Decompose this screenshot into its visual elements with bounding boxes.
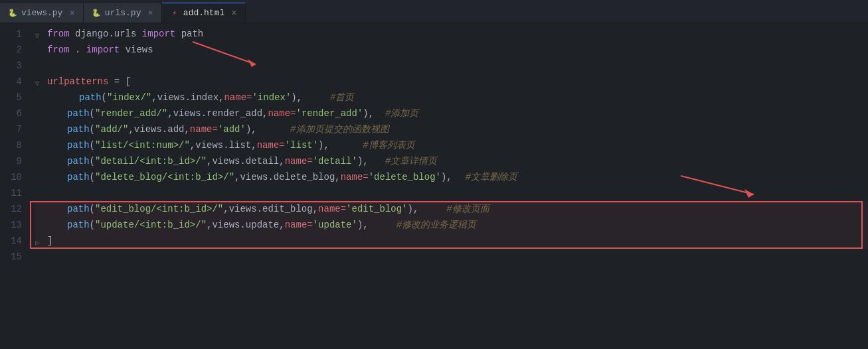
tab-label-urls: urls.py xyxy=(105,8,141,18)
tab-bar: 🐍 views.py × 🐍 urls.py × ⚡ add.html × xyxy=(0,0,868,23)
fold-icon-2 xyxy=(35,44,46,55)
py-icon-2: 🐍 xyxy=(92,9,101,18)
code-line-5: path ( "index/" ,views.index, name= 'ind… xyxy=(35,90,868,105)
tab-close-urls[interactable]: × xyxy=(147,9,153,18)
code-line-10: path ( "delete_blog/<int:b_id>/" ,views.… xyxy=(35,169,868,185)
html-icon: ⚡ xyxy=(170,9,179,18)
fold-icon-14[interactable]: ▷ xyxy=(35,236,46,246)
tab-label-add: add.html xyxy=(183,8,224,18)
tab-views-py[interactable]: 🐍 views.py × xyxy=(0,3,84,23)
tab-label-views: views.py xyxy=(21,8,62,18)
code-line-2: from . import views xyxy=(35,42,868,58)
code-line-13: path ( "update/<int:b_id>/" ,views.updat… xyxy=(35,217,868,233)
code-container: 1 2 3 4 5 6 7 8 9 10 11 12 13 14 15 ▽ fr… xyxy=(0,23,868,349)
code-content: ▽ from django.urls import path from . im… xyxy=(30,23,868,349)
code-line-9: path ( "detail/<int:b_id>/" ,views.detai… xyxy=(35,153,868,169)
code-line-4: ▽ urlpatterns = [ xyxy=(35,74,868,90)
py-icon: 🐍 xyxy=(8,9,17,18)
code-line-8: path ( "list/<int:num>/" ,views.list, na… xyxy=(35,137,868,153)
code-line-11 xyxy=(35,185,868,201)
line-numbers: 1 2 3 4 5 6 7 8 9 10 11 12 13 14 15 xyxy=(0,23,30,349)
code-line-3 xyxy=(35,58,868,74)
tab-close-views[interactable]: × xyxy=(69,9,74,18)
code-line-7: path ( "add/" ,views.add, name= 'add' ),… xyxy=(35,121,868,137)
fold-icon-5 xyxy=(46,92,56,103)
tab-add-html[interactable]: ⚡ add.html × xyxy=(162,3,246,23)
code-line-12: path ( "edit_blog/<int:b_id>/" ,views.ed… xyxy=(35,201,868,217)
code-line-1: ▽ from django.urls import path xyxy=(35,26,868,42)
code-line-6: path ( "render_add/" ,views.render_add, … xyxy=(35,105,868,121)
fold-icon-1[interactable]: ▽ xyxy=(35,29,46,39)
code-line-14: ▷ ] xyxy=(35,233,868,249)
tab-close-add[interactable]: × xyxy=(231,9,236,18)
tab-urls-py[interactable]: 🐍 urls.py × xyxy=(84,3,162,23)
code-line-15 xyxy=(35,249,868,265)
fold-icon-4[interactable]: ▽ xyxy=(35,76,46,87)
